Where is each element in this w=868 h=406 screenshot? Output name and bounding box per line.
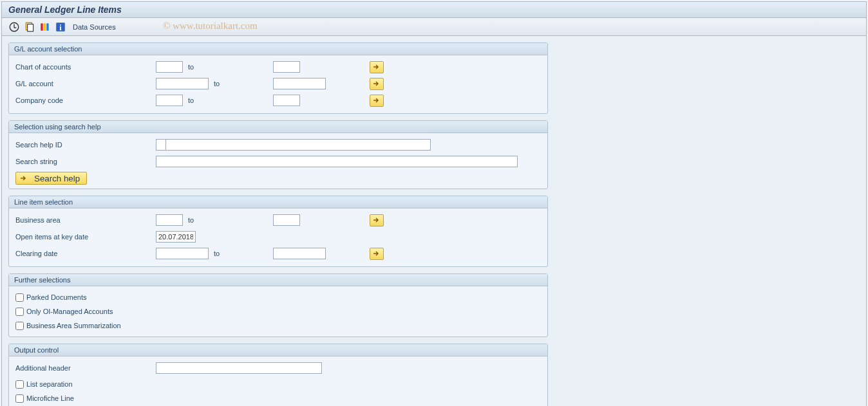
svg-text:i: i: [59, 23, 62, 32]
open-items-date-input[interactable]: [156, 231, 196, 243]
label-additional-header: Additional header: [15, 364, 156, 372]
title-bar: General Ledger Line Items: [2, 2, 866, 18]
business-area-from-input[interactable]: [156, 214, 183, 226]
row-microfiche: Microfiche Line: [15, 391, 541, 405]
group-title: Selection using search help: [9, 121, 547, 133]
toolbar: i Data Sources © www.tutorialkart.com: [2, 18, 866, 36]
variant-icon[interactable]: [24, 21, 35, 33]
search-help-button[interactable]: Search help: [15, 172, 87, 185]
content-area: G/L account selection Chart of accounts …: [2, 36, 866, 406]
group-output-control: Output control Additional header List se…: [8, 344, 548, 406]
oi-managed-checkbox[interactable]: [15, 308, 24, 316]
label-search-string: Search string: [15, 158, 156, 165]
row-search-string: Search string: [15, 154, 541, 169]
chart-of-accounts-from-input[interactable]: [156, 61, 183, 73]
label-microfiche[interactable]: Microfiche Line: [26, 394, 74, 402]
company-code-to-input[interactable]: [273, 95, 300, 106]
search-string-input[interactable]: [156, 156, 518, 167]
arrow-right-icon: [20, 175, 28, 181]
row-gl-account: G/L account to: [15, 76, 541, 91]
to-label: to: [209, 250, 273, 257]
label-parked-documents[interactable]: Parked Documents: [26, 293, 87, 301]
group-title: Line item selection: [9, 196, 547, 208]
row-parked-documents: Parked Documents: [15, 290, 541, 304]
group-line-item-selection: Line item selection Business area to Ope…: [8, 196, 548, 267]
to-label: to: [209, 80, 273, 88]
search-help-id-desc-input[interactable]: [165, 139, 431, 151]
watermark: © www.tutorialkart.com: [163, 21, 258, 32]
row-additional-header: Additional header: [15, 360, 541, 376]
to-label: to: [183, 63, 273, 71]
main-window: General Ledger Line Items i Data Sources…: [1, 1, 867, 406]
row-oi-managed: Only OI-Managed Accounts: [15, 304, 541, 318]
group-title: Output control: [9, 344, 547, 356]
row-list-separation: List separation: [15, 377, 541, 391]
group-search-help: Selection using search help Search help …: [8, 120, 548, 189]
clearing-date-from-input[interactable]: [156, 248, 209, 259]
label-open-items: Open items at key date: [15, 233, 156, 241]
row-company-code: Company code to: [15, 93, 541, 108]
selection-icon[interactable]: [39, 21, 51, 33]
label-gl-account: G/L account: [15, 80, 156, 88]
company-code-from-input[interactable]: [156, 95, 183, 106]
label-search-help-id: Search help ID: [15, 141, 156, 149]
group-gl-account-selection: G/L account selection Chart of accounts …: [8, 42, 548, 114]
additional-header-input[interactable]: [156, 362, 322, 374]
gl-account-multiselect-button[interactable]: [370, 78, 384, 90]
label-list-separation[interactable]: List separation: [26, 380, 73, 388]
row-ba-summarization: Business Area Summarization: [15, 318, 541, 333]
row-clearing-date: Clearing date to: [15, 246, 541, 261]
label-chart-of-accounts: Chart of accounts: [15, 63, 156, 71]
parked-documents-checkbox[interactable]: [15, 293, 24, 302]
row-chart-of-accounts: Chart of accounts to: [15, 59, 541, 75]
business-area-to-input[interactable]: [273, 214, 300, 226]
svg-rect-4: [28, 24, 33, 31]
execute-icon[interactable]: [8, 21, 20, 33]
group-title: G/L account selection: [9, 43, 547, 55]
label-ba-summarization[interactable]: Business Area Summarization: [26, 322, 121, 329]
to-label: to: [183, 97, 273, 104]
clearing-date-multiselect-button[interactable]: [370, 248, 384, 260]
label-oi-managed[interactable]: Only OI-Managed Accounts: [26, 308, 113, 315]
group-further-selections: Further selections Parked Documents Only…: [8, 273, 548, 337]
list-separation-checkbox[interactable]: [15, 380, 24, 389]
company-code-multiselect-button[interactable]: [370, 95, 384, 107]
row-search-help-id: Search help ID: [15, 137, 541, 152]
ba-summarization-checkbox[interactable]: [15, 322, 24, 330]
business-area-multiselect-button[interactable]: [370, 214, 384, 226]
label-clearing-date: Clearing date: [15, 250, 156, 257]
clearing-date-to-input[interactable]: [273, 248, 326, 259]
chart-of-accounts-multiselect-button[interactable]: [370, 61, 384, 73]
search-help-button-label: Search help: [34, 174, 80, 183]
label-company-code: Company code: [15, 97, 156, 104]
svg-rect-6: [44, 23, 46, 30]
data-sources-button[interactable]: Data Sources: [73, 23, 116, 31]
group-title: Further selections: [9, 274, 547, 286]
to-label: to: [183, 216, 273, 224]
label-business-area: Business area: [15, 216, 156, 224]
gl-account-from-input[interactable]: [156, 78, 209, 89]
page-title: General Ledger Line Items: [8, 5, 122, 15]
microfiche-checkbox[interactable]: [15, 394, 24, 403]
row-open-items: Open items at key date: [15, 229, 541, 245]
chart-of-accounts-to-input[interactable]: [273, 61, 300, 73]
info-icon[interactable]: i: [55, 21, 66, 33]
svg-rect-7: [46, 23, 48, 30]
gl-account-to-input[interactable]: [273, 78, 326, 89]
row-business-area: Business area to: [15, 212, 541, 228]
svg-rect-5: [41, 23, 42, 30]
search-help-id-input[interactable]: [156, 139, 166, 151]
